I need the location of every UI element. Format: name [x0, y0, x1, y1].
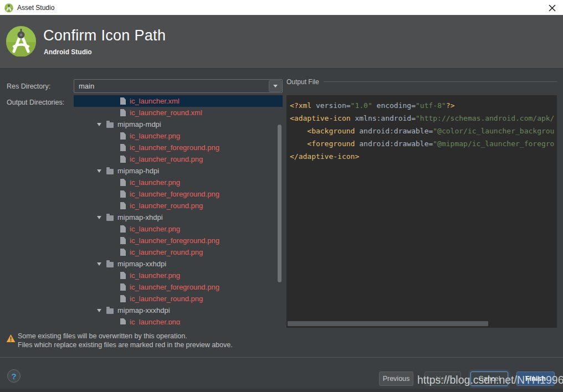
- warning-bar: Some existing files will be overwritten …: [0, 329, 563, 357]
- previous-button[interactable]: Previous: [379, 372, 413, 386]
- tree-folder-row[interactable]: mipmap-xhdpi: [74, 212, 283, 223]
- tree-file-row[interactable]: ic_launcher.png: [74, 316, 283, 324]
- tree-item-label: ic_launcher_foreground.png: [130, 143, 219, 152]
- help-icon[interactable]: ?: [7, 369, 21, 383]
- output-file-label: Output File: [286, 78, 319, 86]
- output-file-divider: [324, 81, 557, 82]
- file-icon: [120, 144, 126, 151]
- file-icon: [120, 202, 126, 209]
- tree-scrollbar[interactable]: [278, 125, 282, 282]
- tree-item-label: mipmap-xhdpi: [117, 213, 163, 221]
- code-line: </adaptive-icon>: [290, 150, 557, 163]
- file-icon: [120, 179, 126, 186]
- tree-item-label: ic_launcher_foreground.png: [130, 190, 219, 198]
- tree-file-row[interactable]: ic_launcher_foreground.png: [74, 281, 283, 293]
- output-directories-tree[interactable]: ic_launcher.xmlic_launcher_round.xmlmipm…: [74, 95, 283, 324]
- expander-triangle-icon[interactable]: [97, 169, 101, 173]
- tree-file-row[interactable]: ic_launcher_foreground.png: [74, 188, 283, 200]
- tree-item-label: mipmap-hdpi: [117, 167, 159, 175]
- folder-icon: [106, 262, 114, 267]
- code-line: <foreground android:drawable="@mipmap/ic…: [290, 137, 557, 150]
- tree-item-label: ic_launcher_round.png: [130, 155, 203, 163]
- tree-file-row[interactable]: ic_launcher_round.png: [74, 200, 283, 212]
- folder-icon: [106, 215, 114, 221]
- output-file-preview: <?xml version="1.0" encoding="utf-8"?><a…: [286, 95, 557, 328]
- tree-item-label: ic_launcher.png: [130, 318, 180, 324]
- tree-folder-row[interactable]: mipmap-xxhdpi: [74, 258, 283, 270]
- file-icon: [120, 225, 126, 233]
- tree-file-row[interactable]: ic_launcher.png: [74, 223, 283, 235]
- folder-icon: [106, 169, 114, 174]
- tree-file-row[interactable]: ic_launcher.png: [74, 270, 283, 281]
- tree-item-label: ic_launcher_round.png: [130, 295, 203, 303]
- expander-triangle-icon[interactable]: [97, 123, 101, 126]
- android-studio-icon: [4, 3, 13, 12]
- tree-folder-row[interactable]: mipmap-mdpi: [74, 118, 283, 130]
- warning-line1: Some existing files will be overwritten …: [18, 332, 233, 341]
- folder-icon: [106, 308, 114, 314]
- tree-file-row[interactable]: ic_launcher.png: [74, 177, 283, 188]
- code-horizontal-scrollbar[interactable]: [288, 321, 488, 326]
- tree-file-row[interactable]: ic_launcher.xml: [74, 95, 283, 107]
- close-icon[interactable]: [546, 2, 558, 14]
- file-icon: [120, 295, 126, 302]
- file-icon: [120, 156, 126, 163]
- output-directories-label: Output Directories:: [7, 99, 64, 106]
- tree-file-row[interactable]: ic_launcher.png: [74, 130, 283, 142]
- output-file-header: Output File: [286, 78, 557, 86]
- code-line: <background android:drawable="@color/ic_…: [290, 125, 557, 137]
- file-icon: [120, 272, 126, 279]
- res-directory-label: Res Directory:: [7, 82, 50, 90]
- tree-item-label: mipmap-xxhdpi: [117, 260, 166, 268]
- res-directory-value: main: [74, 82, 269, 90]
- file-icon: [120, 132, 126, 140]
- tree-file-row[interactable]: ic_launcher_round.png: [74, 293, 283, 305]
- tree-item-label: ic_launcher_round.png: [130, 202, 203, 210]
- tree-item-label: ic_launcher.png: [130, 132, 180, 140]
- tree-file-row[interactable]: ic_launcher_round.png: [74, 153, 283, 165]
- code-line: <?xml version="1.0" encoding="utf-8"?>: [290, 99, 557, 112]
- folder-icon: [106, 122, 114, 128]
- tree-item-label: ic_launcher_round.xml: [130, 109, 202, 117]
- file-icon: [120, 318, 126, 324]
- tree-item-label: ic_launcher.png: [130, 178, 180, 187]
- warning-icon: [6, 334, 16, 343]
- tree-folder-row[interactable]: mipmap-xxxhdpi: [74, 305, 283, 316]
- watermark: https://blog.csdn.net/NYH19961125: [417, 374, 563, 386]
- expander-triangle-icon[interactable]: [97, 216, 101, 219]
- tree-item-label: ic_launcher.xml: [130, 97, 180, 105]
- window-title: Asset Studio: [17, 4, 54, 12]
- page-title: Confirm Icon Path: [43, 27, 166, 44]
- tree-item-label: ic_launcher_round.png: [130, 248, 203, 256]
- tree-item-label: ic_launcher.png: [130, 271, 180, 280]
- warning-line2: Files which replace existing files are m…: [18, 341, 233, 350]
- titlebar: Asset Studio: [0, 0, 563, 15]
- tree-item-label: ic_launcher_foreground.png: [130, 236, 219, 245]
- res-directory-select[interactable]: main: [74, 79, 283, 93]
- tree-file-row[interactable]: ic_launcher_round.png: [74, 246, 283, 258]
- file-icon: [120, 237, 126, 244]
- file-icon: [120, 283, 126, 291]
- tree-item-label: ic_launcher.png: [130, 225, 180, 233]
- expander-triangle-icon[interactable]: [97, 309, 101, 312]
- tree-item-label: ic_launcher_foreground.png: [130, 283, 219, 291]
- code-line: <adaptive-icon xmlns:android="http://sch…: [290, 112, 557, 125]
- file-icon: [120, 249, 126, 256]
- tree-folder-row[interactable]: mipmap-hdpi: [74, 165, 283, 177]
- tree-file-row[interactable]: ic_launcher_round.xml: [74, 107, 283, 118]
- tree-item-label: mipmap-mdpi: [117, 120, 161, 128]
- asset-studio-dialog: Asset Studio Confirm Icon Path Android S…: [0, 0, 563, 392]
- file-icon: [120, 190, 126, 198]
- android-studio-logo: [6, 25, 37, 56]
- tree-file-row[interactable]: ic_launcher_foreground.png: [74, 235, 283, 246]
- file-icon: [120, 97, 126, 105]
- expander-triangle-icon[interactable]: [97, 262, 101, 266]
- dialog-body: Res Directory: main Output Directories: …: [0, 69, 563, 329]
- tree-file-row[interactable]: ic_launcher_foreground.png: [74, 142, 283, 153]
- tree-item-label: mipmap-xxxhdpi: [117, 306, 170, 314]
- file-icon: [120, 109, 126, 116]
- page-subtitle: Android Studio: [44, 48, 92, 56]
- chevron-down-icon[interactable]: [269, 80, 282, 92]
- wizard-header: Confirm Icon Path Android Studio: [0, 15, 563, 69]
- window-bottom-edge: [0, 389, 563, 392]
